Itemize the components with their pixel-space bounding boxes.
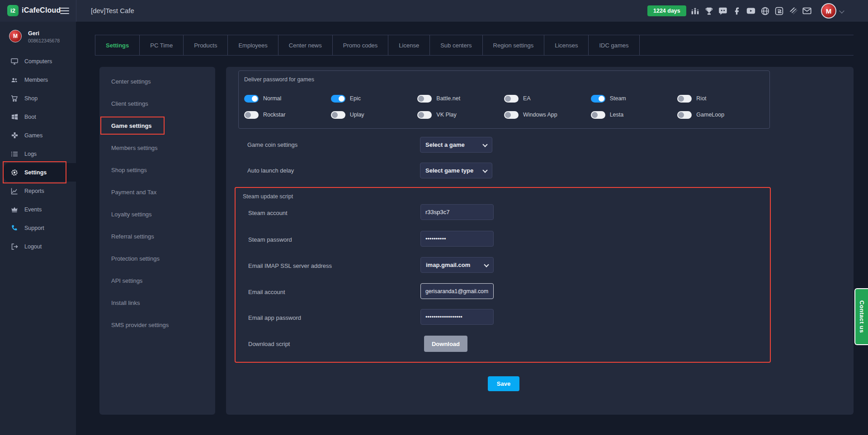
settings-tabbar: Settings PC Time Products Employees Cent… [95, 35, 854, 56]
tab-products[interactable]: Products [184, 35, 228, 55]
toggle-switch[interactable] [331, 111, 345, 119]
trophy-icon[interactable] [704, 6, 714, 16]
sidebar-item-reports[interactable]: Reports [0, 182, 76, 200]
sidebar-item-computers[interactable]: Computers [0, 52, 76, 70]
steam-password-input[interactable] [420, 231, 494, 247]
sidebar-item-events[interactable]: Events [0, 200, 76, 219]
steam-account-label: Steam account [248, 210, 288, 216]
download-script-label: Download script [248, 341, 290, 347]
tab-settings[interactable]: Settings [95, 35, 140, 55]
tab-sub-centers[interactable]: Sub centers [430, 35, 482, 55]
steam-update-legend: Steam update script [243, 193, 293, 200]
globe-icon[interactable] [760, 6, 770, 16]
chart-icon [11, 187, 18, 195]
mail-icon[interactable] [802, 6, 812, 16]
sidebar-item-members[interactable]: Members [0, 70, 76, 89]
discord-icon[interactable] [718, 6, 728, 16]
icafecloud-icon[interactable] [774, 6, 784, 16]
sidebar-item-logs[interactable]: Logs [0, 145, 76, 163]
ranking-icon[interactable] [690, 6, 700, 16]
toggle-switch[interactable] [504, 111, 519, 119]
sidebar-item-boot[interactable]: Boot [0, 108, 76, 126]
sidebar-item-label: Games [24, 132, 42, 139]
game-coin-select[interactable]: Select a game [420, 137, 492, 153]
tab-license[interactable]: License [388, 35, 430, 55]
toggle-switch[interactable] [331, 95, 345, 103]
cart-icon [11, 95, 18, 102]
submenu-protection-settings[interactable]: Protection settings [99, 248, 215, 270]
toggle-ea: EA [504, 90, 591, 107]
tab-employees[interactable]: Employees [228, 35, 278, 55]
email-account-input[interactable] [420, 283, 494, 299]
toggle-switch[interactable] [417, 95, 432, 103]
toggle-switch[interactable] [244, 111, 259, 119]
tab-region-settings[interactable]: Region settings [483, 35, 545, 55]
cafe-title: [dev]Test Cafe [91, 7, 134, 14]
toggle-switch[interactable] [677, 111, 692, 119]
email-imap-select[interactable]: imap.gmail.com [420, 257, 494, 273]
toggle-switch[interactable] [677, 95, 692, 103]
submenu-game-settings[interactable]: Game settings [99, 115, 215, 137]
user-name: Geri [28, 30, 39, 37]
submenu-client-settings[interactable]: Client settings [99, 93, 215, 115]
save-button[interactable]: Save [488, 376, 519, 391]
toggle-windows-app: Windows App [504, 107, 591, 123]
download-button[interactable]: Download [424, 336, 467, 352]
contact-us-tab[interactable]: Contact us [854, 288, 868, 345]
steam-account-input[interactable] [420, 204, 494, 220]
windows-icon [11, 113, 18, 121]
toggle-uplay: Uplay [331, 107, 418, 123]
toggle-switch[interactable] [591, 95, 605, 103]
tab-center-news[interactable]: Center news [278, 35, 333, 55]
menu-toggle-icon[interactable] [60, 8, 69, 14]
submenu-api-settings[interactable]: API settings [99, 270, 215, 292]
email-imap-label: Email IMAP SSL server address [248, 262, 332, 269]
auto-launch-select[interactable]: Select game type [420, 163, 492, 178]
subscription-days-badge[interactable]: 1224 days [647, 5, 686, 16]
toggle-switch[interactable] [244, 95, 259, 103]
top-header: i2 iCafeCloud [dev]Test Cafe 1224 days [0, 0, 868, 22]
sidebar-item-support[interactable]: Support [0, 219, 76, 237]
toggle-grid: Normal Epic Battle.net EA Steam [244, 90, 764, 123]
list-icon [11, 150, 18, 158]
toggle-steam: Steam [591, 90, 678, 107]
email-app-password-input[interactable] [420, 309, 494, 325]
submenu-shop-settings[interactable]: Shop settings [99, 159, 215, 181]
tab-idc-games[interactable]: IDC games [589, 35, 639, 55]
sidebar-avatar[interactable]: M [9, 30, 22, 42]
submenu-loyalty-settings[interactable]: Loyalty settings [99, 203, 215, 225]
tab-pc-time[interactable]: PC Time [140, 35, 184, 55]
tab-licenses[interactable]: Licenses [544, 35, 589, 55]
submenu-payment-and-tax[interactable]: Payment and Tax [99, 181, 215, 203]
submenu-members-settings[interactable]: Members settings [99, 137, 215, 159]
sidebar-item-settings[interactable]: Settings [4, 163, 76, 182]
header-divider [76, 0, 76, 22]
icafecloud-logo-icon: i2 [7, 5, 19, 16]
sidebar-item-games[interactable]: Games [0, 126, 76, 145]
submenu-sms-provider-settings[interactable]: SMS provider settings [99, 314, 215, 336]
phone-icon [11, 225, 18, 232]
user-avatar[interactable]: M [821, 3, 836, 19]
submenu-center-settings[interactable]: Center settings [99, 70, 215, 93]
members-icon [11, 76, 18, 84]
game-coin-settings-label: Game coin settings [247, 141, 297, 148]
chevron-down-icon[interactable] [839, 8, 844, 13]
settings-submenu: Center settings Client settings Game set… [99, 67, 215, 415]
facebook-icon[interactable] [732, 6, 742, 16]
layers-icon[interactable] [788, 6, 798, 16]
chevron-down-icon [482, 142, 487, 147]
toggle-normal: Normal [244, 90, 331, 107]
submenu-install-links[interactable]: Install links [99, 292, 215, 314]
submenu-referral-settings[interactable]: Referral settings [99, 225, 215, 248]
toggle-switch[interactable] [417, 111, 432, 119]
steam-update-script-fieldset: Steam update script Steam account Steam … [235, 187, 771, 363]
toggle-switch[interactable] [504, 95, 519, 103]
toggle-switch[interactable] [591, 111, 605, 119]
sidebar: M Geri 008612345678 Computers Members Sh… [0, 22, 76, 435]
sidebar-item-shop[interactable]: Shop [0, 89, 76, 108]
sidebar-item-label: Logout [24, 243, 42, 250]
youtube-icon[interactable] [746, 6, 756, 16]
sidebar-item-logout[interactable]: Logout [0, 237, 76, 256]
sidebar-item-label: Computers [24, 58, 52, 65]
tab-promo-codes[interactable]: Promo codes [333, 35, 389, 55]
